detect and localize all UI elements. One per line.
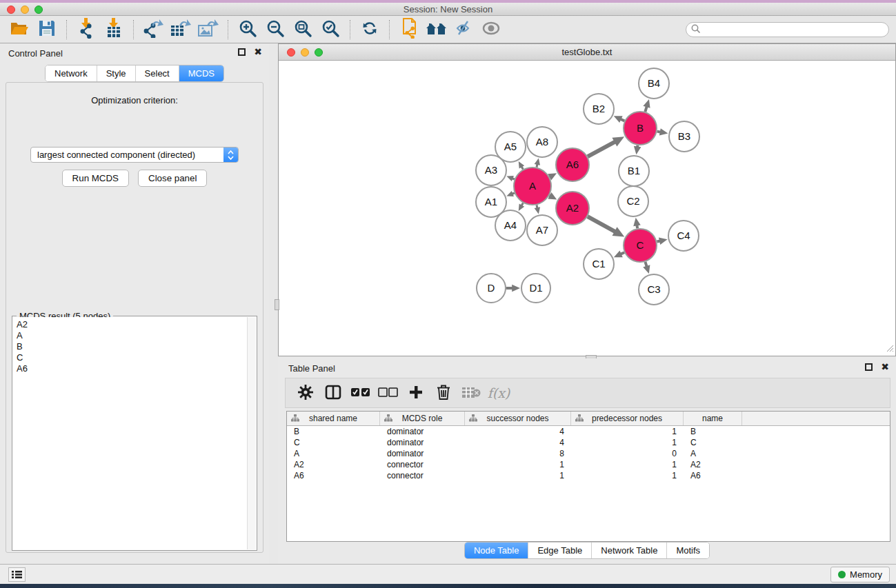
column-header-MCDS-role[interactable]: MCDS role [380, 412, 465, 425]
tab-motifs[interactable]: Motifs [667, 543, 709, 558]
cell-name[interactable]: A2 [684, 459, 742, 470]
node-label-A3: A3 [485, 164, 497, 176]
cell-predecessor-nodes[interactable]: 0 [571, 448, 684, 459]
refresh-button[interactable] [356, 18, 384, 41]
mcds-result-item[interactable]: A [17, 330, 243, 341]
edge-A6-B[interactable] [588, 141, 615, 156]
table-row[interactable]: Bdominator41B [287, 426, 890, 437]
cell-MCDS-role[interactable]: connector [380, 470, 465, 481]
cell-shared-name[interactable]: A [287, 448, 380, 459]
tab-network[interactable]: Network [46, 65, 97, 81]
network-graph[interactable]: B4B2BB3A8A5A6A3B1AA1C2A2A4A7C4CC1C3DD1 [279, 61, 895, 356]
select-all-button[interactable] [349, 382, 372, 404]
close-panel-icon[interactable]: ✖ [254, 48, 262, 56]
open-file-button[interactable] [6, 18, 33, 41]
tab-node-table[interactable]: Node Table [465, 543, 529, 558]
float-panel-icon[interactable] [238, 48, 246, 56]
optimization-criterion-dropdown[interactable]: largest connected component (directed) [30, 147, 239, 163]
table-row[interactable]: A2connector11A2 [287, 459, 890, 470]
show-view-button[interactable] [478, 18, 506, 41]
deselect-all-button[interactable] [377, 382, 400, 404]
hide-style-button[interactable] [450, 18, 478, 41]
network-minimize-button[interactable] [301, 48, 309, 57]
task-history-button[interactable] [8, 567, 26, 582]
cell-MCDS-role[interactable]: connector [380, 459, 465, 470]
export-network-button[interactable] [139, 18, 167, 41]
node-label-B4: B4 [648, 77, 660, 89]
cell-successor-nodes[interactable]: 4 [465, 437, 571, 448]
zoom-fit-button[interactable] [289, 18, 317, 41]
toolbar-separator [350, 20, 350, 39]
mcds-result-list[interactable]: A2ABCA6 [13, 317, 247, 549]
tab-style[interactable]: Style [97, 65, 136, 81]
import-table-button[interactable] [100, 18, 128, 41]
tab-edge-table[interactable]: Edge Table [528, 543, 592, 558]
table-row[interactable]: Adominator80A [287, 448, 890, 459]
column-header-successor-nodes[interactable]: successor nodes [465, 412, 571, 425]
cell-successor-nodes[interactable]: 1 [465, 470, 571, 481]
memory-button[interactable]: Memory [830, 567, 890, 582]
node-label-C2: C2 [626, 195, 639, 207]
save-session-button[interactable] [33, 18, 61, 41]
cell-shared-name[interactable]: A2 [287, 459, 380, 470]
table-row[interactable]: Cdominator41C [287, 437, 890, 448]
close-panel-button[interactable]: Close panel [138, 170, 207, 187]
cell-successor-nodes[interactable]: 1 [465, 459, 571, 470]
cell-name[interactable]: B [684, 426, 742, 437]
column-header-shared-name[interactable]: shared name [287, 412, 380, 425]
add-column-button[interactable] [404, 382, 428, 404]
cell-successor-nodes[interactable]: 4 [465, 426, 571, 437]
cell-predecessor-nodes[interactable]: 1 [571, 437, 684, 448]
column-header-name[interactable]: name [684, 412, 742, 425]
cell-shared-name[interactable]: C [287, 437, 380, 448]
mcds-list-scrollbar[interactable] [247, 317, 256, 549]
export-table-button[interactable] [167, 18, 195, 41]
node-attribute-icon [291, 414, 299, 424]
table-row[interactable]: A6connector11A6 [287, 470, 890, 481]
network-close-button[interactable] [287, 48, 295, 57]
cell-name[interactable]: A6 [684, 470, 742, 481]
cell-shared-name[interactable]: A6 [287, 470, 380, 481]
resize-grip-icon[interactable] [886, 344, 894, 354]
close-window-button[interactable] [7, 6, 15, 14]
delete-column-button[interactable] [432, 382, 455, 404]
mcds-result-item[interactable]: B [17, 341, 243, 352]
column-header-predecessor-nodes[interactable]: predecessor nodes [571, 412, 684, 425]
edge-A2-C[interactable] [588, 216, 615, 232]
mcds-result-item[interactable]: C [17, 352, 243, 363]
split-view-button[interactable] [321, 382, 345, 404]
cell-predecessor-nodes[interactable]: 1 [571, 459, 684, 470]
cell-successor-nodes[interactable]: 8 [465, 448, 571, 459]
import-network-button[interactable] [72, 18, 100, 41]
close-table-panel-icon[interactable]: ✖ [881, 363, 889, 371]
mcds-result-item[interactable]: A6 [17, 363, 243, 374]
float-table-panel-icon[interactable] [865, 363, 873, 371]
cell-predecessor-nodes[interactable]: 1 [571, 426, 684, 437]
tab-network-table[interactable]: Network Table [592, 543, 667, 558]
network-maximize-button[interactable] [315, 48, 323, 57]
cell-MCDS-role[interactable]: dominator [380, 426, 465, 437]
zoom-selected-button[interactable] [317, 18, 344, 41]
vertical-splitter-handle[interactable] [275, 299, 279, 310]
maximize-window-button[interactable] [34, 6, 43, 14]
cell-MCDS-role[interactable]: dominator [380, 448, 465, 459]
zoom-out-button[interactable] [261, 18, 289, 41]
node-table[interactable]: shared nameMCDS rolesuccessor nodesprede… [286, 411, 890, 542]
tab-select[interactable]: Select [136, 65, 179, 81]
cell-MCDS-role[interactable]: dominator [380, 437, 465, 448]
cell-shared-name[interactable]: B [287, 426, 380, 437]
export-image-button[interactable] [195, 18, 222, 41]
cell-predecessor-nodes[interactable]: 1 [571, 470, 684, 481]
home-button[interactable] [423, 18, 450, 41]
mcds-result-item[interactable]: A2 [17, 319, 243, 330]
network-from-file-button[interactable] [395, 18, 423, 41]
search-input[interactable] [686, 22, 889, 37]
network-canvas[interactable]: B4B2BB3A8A5A6A3B1AA1C2A2A4A7C4CC1C3DD1 [279, 61, 895, 356]
minimize-window-button[interactable] [21, 6, 29, 14]
run-mcds-button[interactable]: Run MCDS [62, 170, 129, 187]
cell-name[interactable]: C [684, 437, 742, 448]
tab-mcds[interactable]: MCDS [179, 65, 223, 81]
cell-name[interactable]: A [684, 448, 742, 459]
zoom-in-button[interactable] [234, 18, 261, 41]
settings-button[interactable] [294, 382, 317, 404]
